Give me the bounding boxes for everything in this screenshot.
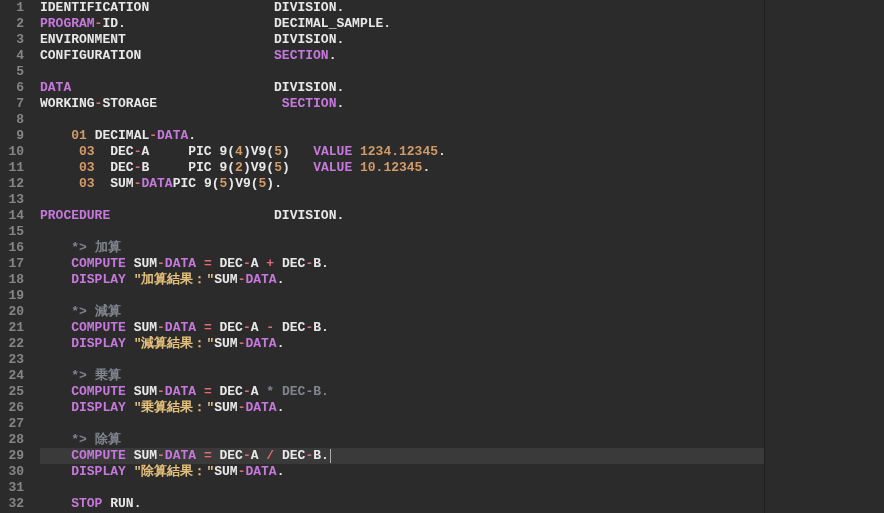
code-token: DECIMAL — [87, 128, 149, 143]
code-token: V9 — [235, 176, 251, 191]
code-line[interactable]: COMPUTE SUM-DATA = DEC-A / DEC-B. — [40, 448, 764, 464]
code-line[interactable]: *> 加算 — [40, 240, 764, 256]
code-line[interactable]: DISPLAY "減算結果："SUM-DATA. — [40, 336, 764, 352]
code-token: 2 — [235, 160, 243, 175]
code-line[interactable]: DISPLAY "除算結果："SUM-DATA. — [40, 464, 764, 480]
code-line[interactable]: CONFIGURATION SECTION. — [40, 48, 764, 64]
code-token: ) — [243, 144, 251, 159]
code-token: . — [274, 176, 282, 191]
code-token: A — [251, 320, 259, 335]
code-line[interactable]: PROGRAM-ID. DECIMAL_SAMPLE. — [40, 16, 764, 32]
line-number: 31 — [4, 480, 24, 496]
code-token: ENVIRONMENT — [40, 32, 274, 47]
code-line[interactable]: IDENTIFICATION DIVISION. — [40, 0, 764, 16]
code-token: SUM — [126, 320, 157, 335]
code-token: 03 — [79, 160, 95, 175]
code-token: . — [336, 208, 344, 223]
code-line[interactable] — [40, 224, 764, 240]
code-token: IDENTIFICATION — [40, 0, 274, 15]
code-token: DEC — [274, 320, 305, 335]
code-token: 03 — [79, 176, 95, 191]
code-token: B — [313, 320, 321, 335]
line-number: 16 — [4, 240, 24, 256]
line-number: 13 — [4, 192, 24, 208]
code-line[interactable] — [40, 112, 764, 128]
code-token: . — [438, 144, 446, 159]
code-line[interactable]: 03 SUM-DATAPIC 9(5)V9(5). — [40, 176, 764, 192]
code-line[interactable]: 03 DEC-B PIC 9(2)V9(5) VALUE 10.12345. — [40, 160, 764, 176]
code-token: DATA — [165, 256, 196, 271]
code-token: *> 加算 — [40, 240, 121, 255]
code-line[interactable]: PROCEDURE DIVISION. — [40, 208, 764, 224]
line-number: 3 — [4, 32, 24, 48]
code-line[interactable]: COMPUTE SUM-DATA = DEC-A * DEC-B. — [40, 384, 764, 400]
code-token: . — [277, 464, 285, 479]
code-token: ( — [227, 144, 235, 159]
code-line[interactable] — [40, 480, 764, 496]
code-line[interactable]: DATA DIVISION. — [40, 80, 764, 96]
code-line[interactable]: ENVIRONMENT DIVISION. — [40, 32, 764, 48]
code-token: 4 — [235, 144, 243, 159]
code-token: . — [188, 128, 196, 143]
code-line[interactable]: STOP RUN. — [40, 496, 764, 512]
code-line[interactable]: 03 DEC-A PIC 9(4)V9(5) VALUE 1234.12345. — [40, 144, 764, 160]
code-token — [196, 256, 204, 271]
code-token: DIVISION — [274, 32, 336, 47]
code-token: VALUE — [313, 144, 352, 159]
code-token: PIC — [173, 176, 196, 191]
code-token: . — [134, 496, 142, 511]
code-token — [196, 320, 204, 335]
code-token: DATA — [245, 400, 276, 415]
code-token: . — [336, 96, 344, 111]
code-token: DEC — [95, 144, 134, 159]
code-token: . — [277, 272, 285, 287]
code-token: = — [204, 384, 212, 399]
code-line[interactable]: *> 除算 — [40, 432, 764, 448]
code-line[interactable]: COMPUTE SUM-DATA = DEC-A + DEC-B. — [40, 256, 764, 272]
code-token: DIVISION — [274, 0, 336, 15]
code-token: 9 — [196, 176, 212, 191]
code-token: . — [336, 32, 344, 47]
code-token: *> 除算 — [40, 432, 121, 447]
code-line[interactable] — [40, 64, 764, 80]
code-line[interactable]: DISPLAY "加算結果："SUM-DATA. — [40, 272, 764, 288]
code-line[interactable] — [40, 416, 764, 432]
code-line[interactable]: *> 減算 — [40, 304, 764, 320]
code-token: ) — [227, 176, 235, 191]
code-token — [126, 336, 134, 351]
code-token — [40, 144, 79, 159]
line-number-gutter: 1234567891011121314151617181920212223242… — [0, 0, 32, 513]
code-token: + — [266, 256, 274, 271]
code-token: = — [204, 448, 212, 463]
code-token: DATA — [245, 272, 276, 287]
code-token: *> 減算 — [40, 304, 121, 319]
code-token: - — [243, 256, 251, 271]
code-line[interactable]: 01 DECIMAL-DATA. — [40, 128, 764, 144]
code-token: - — [243, 384, 251, 399]
code-token: A — [141, 144, 188, 159]
code-token: COMPUTE — [71, 256, 126, 271]
code-line[interactable] — [40, 288, 764, 304]
minimap[interactable] — [764, 0, 884, 513]
code-token: DIVISION — [274, 80, 336, 95]
code-line[interactable] — [40, 192, 764, 208]
code-line[interactable]: WORKING-STORAGE SECTION. — [40, 96, 764, 112]
code-line[interactable]: *> 乗算 — [40, 368, 764, 384]
code-editor[interactable]: 1234567891011121314151617181920212223242… — [0, 0, 884, 513]
code-token: DISPLAY — [71, 272, 126, 287]
code-token: PROGRAM — [40, 16, 95, 31]
code-line[interactable]: DISPLAY "乗算結果："SUM-DATA. — [40, 400, 764, 416]
code-line[interactable]: COMPUTE SUM-DATA = DEC-A - DEC-B. — [40, 320, 764, 336]
code-token — [40, 400, 71, 415]
code-line[interactable] — [40, 352, 764, 368]
code-token: SUM — [126, 448, 157, 463]
line-number: 26 — [4, 400, 24, 416]
code-token: . — [321, 256, 329, 271]
code-token — [40, 272, 71, 287]
code-token: A — [251, 384, 259, 399]
code-area[interactable]: IDENTIFICATION DIVISION.PROGRAM-ID. DECI… — [32, 0, 764, 513]
code-token: = — [204, 320, 212, 335]
line-number: 29 — [4, 448, 24, 464]
code-token — [40, 256, 71, 271]
code-token — [40, 384, 71, 399]
